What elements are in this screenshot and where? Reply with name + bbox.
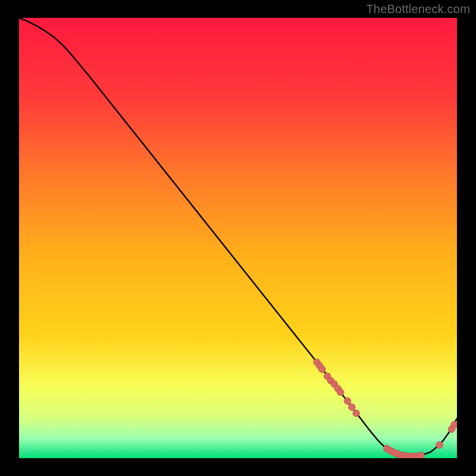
svg-point-9 [344,397,351,405]
svg-point-8 [337,389,344,396]
svg-point-3 [319,366,326,373]
svg-point-26 [436,441,443,449]
svg-point-10 [349,403,356,411]
svg-point-11 [353,410,360,417]
svg-point-28 [451,421,457,428]
svg-rect-0 [19,18,457,458]
chart-svg [19,18,457,458]
svg-point-25 [418,452,425,458]
chart-area [19,18,457,458]
watermark-text: TheBottleneck.com [366,2,470,16]
